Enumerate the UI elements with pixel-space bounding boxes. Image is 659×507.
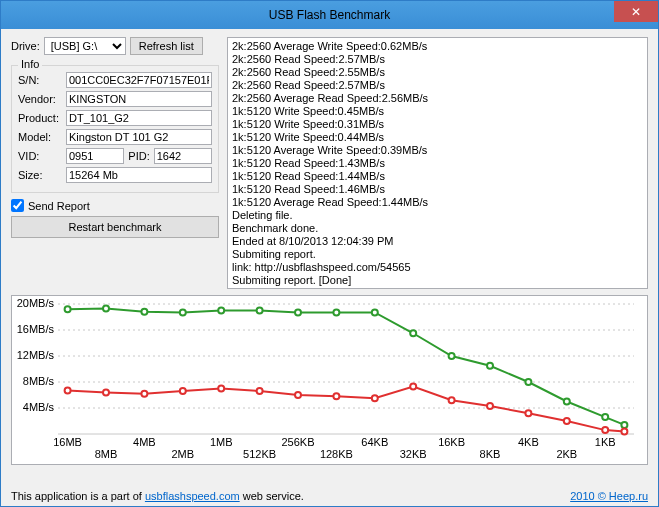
svg-point-38	[525, 379, 531, 385]
svg-point-32	[295, 309, 301, 315]
product-field[interactable]	[66, 110, 212, 126]
svg-text:12MB/s: 12MB/s	[17, 349, 55, 361]
close-icon: ✕	[631, 5, 641, 19]
svg-text:4KB: 4KB	[518, 436, 539, 448]
svg-text:2KB: 2KB	[556, 448, 577, 460]
close-button[interactable]: ✕	[614, 1, 658, 22]
svg-text:20MB/s: 20MB/s	[17, 297, 55, 309]
svg-point-31	[257, 308, 263, 314]
content-area: Drive: [USB] G:\ Refresh list Info S/N: …	[1, 29, 658, 488]
sn-label: S/N:	[18, 74, 62, 86]
app-window: USB Flash Benchmark ✕ Drive: [USB] G:\ R…	[0, 0, 659, 507]
svg-point-50	[372, 395, 378, 401]
svg-point-33	[333, 309, 339, 315]
vendor-field[interactable]	[66, 91, 212, 107]
svg-point-57	[621, 428, 627, 434]
svg-point-43	[103, 389, 109, 395]
svg-point-48	[295, 392, 301, 398]
footer-left: This application is a part of usbflashsp…	[11, 490, 304, 502]
svg-point-44	[141, 391, 147, 397]
svg-point-34	[372, 309, 378, 315]
footer-link[interactable]: usbflashspeed.com	[145, 490, 240, 502]
chart-svg: 4MB/s8MB/s12MB/s16MB/s20MB/s16MB8MB4MB2M…	[12, 296, 644, 462]
drive-label: Drive:	[11, 40, 40, 52]
log-output[interactable]: 2k:2560 Average Write Speed:0.62MB/s 2k:…	[227, 37, 648, 289]
restart-button[interactable]: Restart benchmark	[11, 216, 219, 238]
svg-point-26	[65, 306, 71, 312]
svg-text:256KB: 256KB	[281, 436, 314, 448]
model-field[interactable]	[66, 129, 212, 145]
svg-text:128KB: 128KB	[320, 448, 353, 460]
svg-text:16KB: 16KB	[438, 436, 465, 448]
svg-point-55	[564, 418, 570, 424]
svg-point-56	[602, 427, 608, 433]
svg-text:1MB: 1MB	[210, 436, 233, 448]
product-label: Product:	[18, 112, 62, 124]
svg-point-53	[487, 403, 493, 409]
svg-point-51	[410, 384, 416, 390]
svg-point-49	[333, 393, 339, 399]
svg-text:4MB: 4MB	[133, 436, 156, 448]
svg-text:16MB: 16MB	[53, 436, 82, 448]
svg-point-39	[564, 399, 570, 405]
svg-text:64KB: 64KB	[361, 436, 388, 448]
size-label: Size:	[18, 169, 62, 181]
footer: This application is a part of usbflashsp…	[1, 488, 658, 506]
svg-text:8MB: 8MB	[95, 448, 118, 460]
svg-text:16MB/s: 16MB/s	[17, 323, 55, 335]
window-title: USB Flash Benchmark	[269, 8, 390, 22]
svg-point-41	[621, 422, 627, 428]
send-report-label: Send Report	[28, 200, 90, 212]
svg-text:8KB: 8KB	[480, 448, 501, 460]
svg-text:512KB: 512KB	[243, 448, 276, 460]
svg-point-27	[103, 306, 109, 312]
info-group: Info S/N: Vendor: Product: Model:	[11, 65, 219, 193]
svg-point-45	[180, 388, 186, 394]
pid-label: PID:	[128, 150, 149, 162]
svg-text:32KB: 32KB	[400, 448, 427, 460]
svg-point-36	[449, 353, 455, 359]
svg-point-47	[257, 388, 263, 394]
svg-point-29	[180, 309, 186, 315]
svg-point-42	[65, 387, 71, 393]
svg-point-54	[525, 410, 531, 416]
size-field[interactable]	[66, 167, 212, 183]
chart: 4MB/s8MB/s12MB/s16MB/s20MB/s16MB8MB4MB2M…	[11, 295, 648, 465]
vid-field[interactable]	[66, 148, 124, 164]
refresh-button[interactable]: Refresh list	[130, 37, 203, 55]
svg-point-40	[602, 414, 608, 420]
svg-point-46	[218, 386, 224, 392]
svg-point-35	[410, 330, 416, 336]
drive-select[interactable]: [USB] G:\	[44, 37, 126, 55]
svg-point-30	[218, 308, 224, 314]
titlebar[interactable]: USB Flash Benchmark ✕	[1, 1, 658, 29]
send-report-checkbox[interactable]	[11, 199, 24, 212]
model-label: Model:	[18, 131, 62, 143]
info-legend: Info	[18, 58, 42, 70]
svg-point-52	[449, 397, 455, 403]
pid-field[interactable]	[154, 148, 212, 164]
vid-label: VID:	[18, 150, 62, 162]
svg-text:1KB: 1KB	[595, 436, 616, 448]
svg-text:2MB: 2MB	[171, 448, 194, 460]
svg-point-28	[141, 309, 147, 315]
svg-text:4MB/s: 4MB/s	[23, 401, 55, 413]
svg-point-37	[487, 363, 493, 369]
sn-field[interactable]	[66, 72, 212, 88]
footer-right[interactable]: 2010 © Heep.ru	[570, 490, 648, 502]
vendor-label: Vendor:	[18, 93, 62, 105]
svg-text:8MB/s: 8MB/s	[23, 375, 55, 387]
